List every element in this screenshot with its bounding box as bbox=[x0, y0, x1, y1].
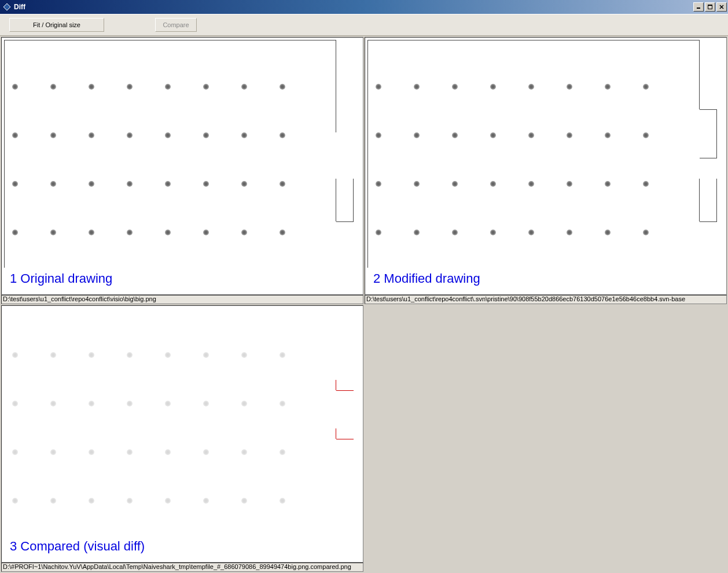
caption-original: 1 Original drawing bbox=[10, 271, 112, 286]
caption-compared: 3 Compared (visual diff) bbox=[10, 539, 145, 554]
canvas-modified[interactable]: 2 Modified drawing bbox=[365, 37, 727, 295]
main-grid: 1 Original drawing D:\test\users\u1_conf… bbox=[0, 36, 728, 573]
maximize-button[interactable] bbox=[705, 2, 715, 12]
close-button[interactable] bbox=[716, 2, 727, 12]
panel-modified: 2 Modified drawing D:\test\users\u1_conf… bbox=[365, 37, 727, 304]
panel-empty bbox=[365, 305, 727, 572]
compare-button[interactable]: Compare bbox=[155, 18, 197, 32]
toolbar: Fit / Original size Compare bbox=[0, 14, 728, 36]
window-title: Diff bbox=[14, 3, 692, 11]
window-controls bbox=[692, 2, 727, 12]
svg-marker-0 bbox=[3, 3, 10, 10]
panel-compared: 3 Compared (visual diff) D:\#PROFI~1\Nac… bbox=[1, 305, 363, 572]
minimize-button[interactable] bbox=[693, 2, 704, 12]
path-compared: D:\#PROFI~1\Nachitov.YuV\AppData\Local\T… bbox=[1, 563, 363, 572]
caption-modified: 2 Modified drawing bbox=[373, 271, 480, 286]
app-icon bbox=[2, 2, 12, 12]
fit-original-button[interactable]: Fit / Original size bbox=[9, 18, 104, 32]
panel-original: 1 Original drawing D:\test\users\u1_conf… bbox=[1, 37, 363, 304]
titlebar: Diff bbox=[0, 0, 728, 14]
canvas-compared[interactable]: 3 Compared (visual diff) bbox=[1, 305, 363, 563]
canvas-original[interactable]: 1 Original drawing bbox=[1, 37, 363, 295]
path-modified: D:\test\users\u1_conflict\repo4conflict\… bbox=[365, 295, 727, 304]
path-original: D:\test\users\u1_conflict\repo4conflict\… bbox=[1, 295, 363, 304]
